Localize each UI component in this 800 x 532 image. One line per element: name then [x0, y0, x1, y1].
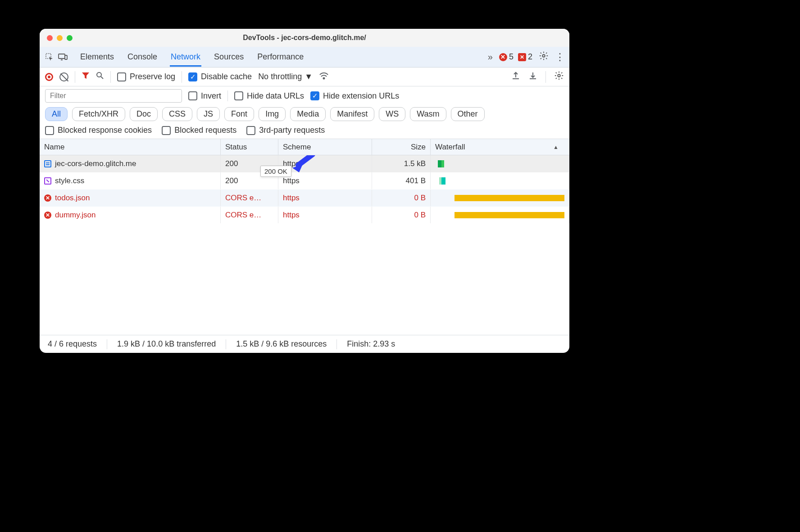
preserve-log-label: Preserve log: [130, 72, 175, 81]
clear-icon[interactable]: [59, 72, 68, 81]
device-toggle-icon[interactable]: [58, 52, 68, 63]
tab-console[interactable]: Console: [127, 48, 158, 67]
request-waterfall: [431, 172, 569, 189]
issue-count: 2: [528, 52, 532, 62]
blocked-requests-checkbox[interactable]: Blocked requests: [162, 126, 236, 135]
chip-css[interactable]: CSS: [162, 107, 192, 121]
preserve-log-checkbox[interactable]: Preserve log: [117, 72, 175, 81]
settings-icon[interactable]: [539, 51, 549, 63]
import-har-icon[interactable]: [528, 71, 537, 82]
error-count: 5: [509, 52, 514, 62]
table-body[interactable]: jec-cors-demo.glitch.me200https1.5 kBsty…: [40, 155, 569, 335]
window-title: DevTools - jec-cors-demo.glitch.me/: [40, 34, 569, 42]
status-requests: 4 / 6 requests: [48, 339, 97, 349]
chip-fetch-xhr[interactable]: Fetch/XHR: [72, 107, 125, 121]
tabs-row: Elements Console Network Sources Perform…: [40, 47, 569, 68]
table-row[interactable]: ✕dummy.jsonCORS e…https0 B: [40, 207, 569, 224]
chip-media[interactable]: Media: [290, 107, 326, 121]
col-waterfall[interactable]: Waterfall ▲: [431, 139, 569, 155]
request-waterfall: [431, 155, 569, 172]
issue-square-icon: ✕: [518, 53, 526, 61]
record-icon[interactable]: [45, 73, 53, 81]
minimize-icon[interactable]: [57, 35, 63, 41]
col-size[interactable]: Size: [372, 139, 431, 155]
blocked-requests-label: Blocked requests: [174, 126, 236, 135]
sort-asc-icon: ▲: [553, 144, 559, 150]
error-icon: ✕: [44, 212, 51, 219]
requests-table: Name Status Scheme Size Waterfall ▲ jec-…: [40, 139, 569, 335]
network-settings-icon[interactable]: [554, 71, 564, 83]
type-chips: All Fetch/XHR Doc CSS JS Font Img Media …: [40, 104, 569, 123]
request-name: jec-cors-demo.glitch.me: [55, 159, 136, 168]
request-size: 0 B: [372, 207, 431, 223]
chip-js[interactable]: JS: [197, 107, 220, 121]
third-party-checkbox[interactable]: 3rd-party requests: [246, 126, 325, 135]
chip-img[interactable]: Img: [259, 107, 286, 121]
tab-sources[interactable]: Sources: [213, 48, 245, 67]
svg-point-6: [558, 74, 560, 77]
chip-other[interactable]: Other: [451, 107, 485, 121]
col-scheme[interactable]: Scheme: [278, 139, 372, 155]
chip-wasm[interactable]: Wasm: [410, 107, 446, 121]
invert-checkbox[interactable]: Invert: [188, 91, 221, 101]
panel-tabs: Elements Console Network Sources Perform…: [79, 48, 305, 67]
tab-network[interactable]: Network: [170, 48, 201, 67]
inspect-icon[interactable]: [44, 52, 55, 63]
maximize-icon[interactable]: [67, 35, 73, 41]
chip-ws[interactable]: WS: [379, 107, 405, 121]
status-transferred: 1.9 kB / 10.0 kB transferred: [117, 339, 216, 349]
filter-input[interactable]: [45, 89, 182, 103]
request-size: 401 B: [372, 172, 431, 189]
request-size: 1.5 kB: [372, 155, 431, 172]
tab-elements[interactable]: Elements: [79, 48, 115, 67]
request-name: dummy.json: [55, 211, 95, 220]
table-row[interactable]: style.css200https401 B: [40, 172, 569, 189]
request-status: CORS e…: [221, 207, 278, 223]
devtools-window: DevTools - jec-cors-demo.glitch.me/ Elem…: [40, 29, 569, 353]
close-icon[interactable]: [47, 35, 53, 41]
kebab-menu-icon[interactable]: ⋮: [555, 51, 565, 63]
titlebar: DevTools - jec-cors-demo.glitch.me/: [40, 29, 569, 47]
svg-point-5: [323, 78, 325, 79]
table-row[interactable]: jec-cors-demo.glitch.me200https1.5 kB: [40, 155, 569, 172]
table-row[interactable]: ✕todos.jsonCORS e…https0 B: [40, 189, 569, 207]
stylesheet-icon: [44, 177, 51, 185]
block-row: Blocked response cookies Blocked request…: [40, 123, 569, 139]
request-scheme: https: [278, 172, 372, 189]
tab-performance[interactable]: Performance: [256, 48, 305, 67]
search-icon[interactable]: [96, 72, 104, 82]
hide-data-urls-checkbox[interactable]: Hide data URLs: [234, 91, 304, 101]
svg-rect-2: [65, 55, 67, 59]
error-icon: ✕: [44, 194, 51, 202]
tabs-right: » ✕ 5 ✕ 2 ⋮: [488, 51, 565, 63]
chip-manifest[interactable]: Manifest: [330, 107, 374, 121]
throttling-select[interactable]: No throttling ▼: [258, 72, 313, 81]
export-har-icon[interactable]: [511, 71, 520, 82]
hide-extension-urls-checkbox[interactable]: ✓ Hide extension URLs: [310, 91, 399, 101]
checkbox-checked-icon: ✓: [188, 72, 197, 81]
issues-badge[interactable]: ✕ 2: [518, 52, 532, 62]
filter-toggle-icon[interactable]: [82, 72, 90, 82]
network-conditions-icon[interactable]: [319, 71, 329, 82]
col-name[interactable]: Name: [40, 139, 221, 155]
status-bar: 4 / 6 requests 1.9 kB / 10.0 kB transfer…: [40, 335, 569, 353]
col-status[interactable]: Status: [221, 139, 278, 155]
status-resources: 1.5 kB / 9.6 kB resources: [236, 339, 327, 349]
chip-doc[interactable]: Doc: [130, 107, 158, 121]
chip-all[interactable]: All: [45, 107, 68, 121]
checkbox-icon: [188, 91, 197, 100]
more-tabs-icon[interactable]: »: [488, 52, 493, 62]
chevron-down-icon: ▼: [305, 72, 313, 81]
request-name: todos.json: [55, 194, 90, 203]
filter-row: Invert Hide data URLs ✓ Hide extension U…: [40, 86, 569, 104]
invert-label: Invert: [201, 91, 221, 101]
error-badge[interactable]: ✕ 5: [499, 52, 514, 62]
request-waterfall: [431, 207, 569, 223]
blocked-cookies-checkbox[interactable]: Blocked response cookies: [45, 126, 152, 135]
blocked-cookies-label: Blocked response cookies: [58, 126, 152, 135]
svg-point-3: [542, 54, 545, 57]
request-scheme: https: [278, 207, 372, 223]
disable-cache-checkbox[interactable]: ✓ Disable cache: [188, 72, 252, 81]
chip-font[interactable]: Font: [224, 107, 254, 121]
checkbox-checked-icon: ✓: [310, 91, 319, 100]
